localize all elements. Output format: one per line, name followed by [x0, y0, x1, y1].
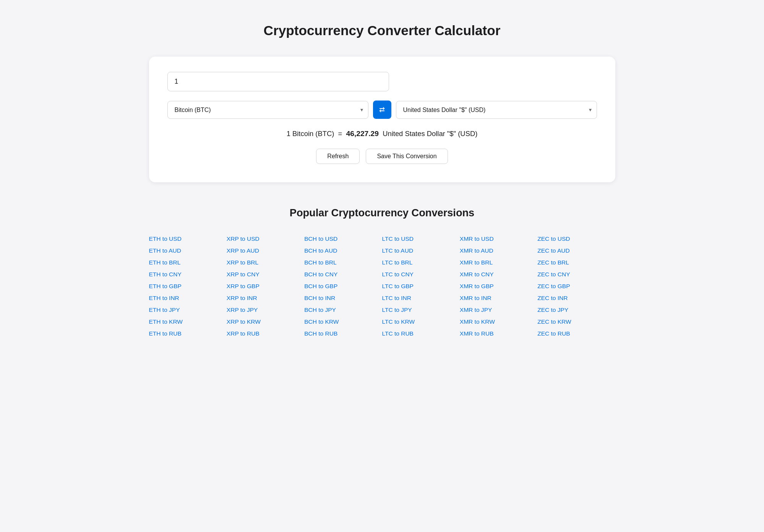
conversion-link[interactable]: ETH to INR: [149, 292, 227, 304]
conversion-link[interactable]: BCH to JPY: [304, 304, 382, 316]
conversion-link[interactable]: LTC to CNY: [382, 268, 459, 280]
popular-title: Popular Cryptocurrency Conversions: [149, 207, 615, 219]
swap-arrows-icon: ⇄: [379, 106, 385, 114]
conversion-link[interactable]: ETH to GBP: [149, 280, 227, 292]
conversion-link[interactable]: XRP to USD: [227, 233, 304, 245]
conversion-link[interactable]: ZEC to RUB: [537, 328, 615, 339]
conversion-col-xrp: XRP to USDXRP to AUDXRP to BRLXRP to CNY…: [227, 233, 304, 339]
conversion-link[interactable]: LTC to AUD: [382, 245, 459, 256]
conversion-link[interactable]: XMR to CNY: [460, 268, 537, 280]
conversion-link[interactable]: ZEC to AUD: [537, 245, 615, 256]
action-buttons: Refresh Save This Conversion: [167, 149, 597, 164]
conversion-link[interactable]: BCH to RUB: [304, 328, 382, 339]
conversion-link[interactable]: XRP to GBP: [227, 280, 304, 292]
conversion-link[interactable]: XMR to KRW: [460, 316, 537, 328]
conversion-link[interactable]: ETH to BRL: [149, 256, 227, 268]
conversion-link[interactable]: ZEC to GBP: [537, 280, 615, 292]
refresh-button[interactable]: Refresh: [316, 149, 360, 164]
conversion-link[interactable]: XRP to CNY: [227, 268, 304, 280]
conversion-link[interactable]: XRP to KRW: [227, 316, 304, 328]
conversion-link[interactable]: ETH to AUD: [149, 245, 227, 256]
conversion-link[interactable]: XMR to RUB: [460, 328, 537, 339]
conversion-col-ltc: LTC to USDLTC to AUDLTC to BRLLTC to CNY…: [382, 233, 459, 339]
conversion-col-bch: BCH to USDBCH to AUDBCH to BRLBCH to CNY…: [304, 233, 382, 339]
conversion-link[interactable]: LTC to GBP: [382, 280, 459, 292]
result-equals-sign: =: [338, 130, 342, 138]
swap-button[interactable]: ⇄: [373, 101, 391, 119]
conversion-link[interactable]: ETH to KRW: [149, 316, 227, 328]
conversion-link[interactable]: XRP to BRL: [227, 256, 304, 268]
conversion-link[interactable]: XMR to INR: [460, 292, 537, 304]
conversion-link[interactable]: BCH to CNY: [304, 268, 382, 280]
conversion-link[interactable]: BCH to USD: [304, 233, 382, 245]
conversions-grid: ETH to USDETH to AUDETH to BRLETH to CNY…: [149, 233, 615, 339]
conversion-link[interactable]: ZEC to USD: [537, 233, 615, 245]
result-value: 46,227.29: [346, 130, 379, 138]
converter-card: Bitcoin (BTC) Ethereum (ETH) Ripple (XRP…: [149, 57, 615, 182]
conversion-link[interactable]: LTC to INR: [382, 292, 459, 304]
conversion-col-xmr: XMR to USDXMR to AUDXMR to BRLXMR to CNY…: [460, 233, 537, 339]
conversion-link[interactable]: BCH to INR: [304, 292, 382, 304]
to-currency-wrapper: United States Dollar "$" (USD) Australia…: [396, 101, 597, 119]
conversion-link[interactable]: ZEC to INR: [537, 292, 615, 304]
from-currency-select[interactable]: Bitcoin (BTC) Ethereum (ETH) Ripple (XRP…: [167, 101, 368, 119]
conversion-link[interactable]: ZEC to KRW: [537, 316, 615, 328]
conversion-link[interactable]: BCH to AUD: [304, 245, 382, 256]
conversion-col-eth: ETH to USDETH to AUDETH to BRLETH to CNY…: [149, 233, 227, 339]
conversion-link[interactable]: XRP to INR: [227, 292, 304, 304]
conversion-link[interactable]: XMR to AUD: [460, 245, 537, 256]
conversion-link[interactable]: ZEC to JPY: [537, 304, 615, 316]
conversion-link[interactable]: ETH to USD: [149, 233, 227, 245]
conversion-link[interactable]: ZEC to BRL: [537, 256, 615, 268]
conversion-link[interactable]: BCH to BRL: [304, 256, 382, 268]
selectors-row: Bitcoin (BTC) Ethereum (ETH) Ripple (XRP…: [167, 101, 597, 119]
to-currency-select[interactable]: United States Dollar "$" (USD) Australia…: [396, 101, 597, 119]
popular-section: Popular Cryptocurrency Conversions ETH t…: [149, 207, 615, 339]
amount-input[interactable]: [167, 72, 389, 91]
conversion-link[interactable]: XMR to BRL: [460, 256, 537, 268]
conversion-link[interactable]: ETH to JPY: [149, 304, 227, 316]
page-title: Cryptocurrency Converter Calculator: [149, 23, 615, 38]
conversion-link[interactable]: XMR to USD: [460, 233, 537, 245]
conversion-link[interactable]: ETH to CNY: [149, 268, 227, 280]
result-to-currency: United States Dollar "$" (USD): [383, 130, 477, 138]
result-from-text: 1 Bitcoin (BTC): [287, 130, 334, 138]
conversion-link[interactable]: XRP to RUB: [227, 328, 304, 339]
conversion-link[interactable]: LTC to RUB: [382, 328, 459, 339]
conversion-link[interactable]: XRP to JPY: [227, 304, 304, 316]
conversion-link[interactable]: LTC to KRW: [382, 316, 459, 328]
from-currency-wrapper: Bitcoin (BTC) Ethereum (ETH) Ripple (XRP…: [167, 101, 368, 119]
conversion-link[interactable]: LTC to USD: [382, 233, 459, 245]
conversion-col-zec: ZEC to USDZEC to AUDZEC to BRLZEC to CNY…: [537, 233, 615, 339]
conversion-link[interactable]: LTC to BRL: [382, 256, 459, 268]
conversion-link[interactable]: LTC to JPY: [382, 304, 459, 316]
conversion-link[interactable]: BCH to KRW: [304, 316, 382, 328]
conversion-link[interactable]: XMR to GBP: [460, 280, 537, 292]
conversion-link[interactable]: ETH to RUB: [149, 328, 227, 339]
conversion-link[interactable]: XMR to JPY: [460, 304, 537, 316]
save-conversion-button[interactable]: Save This Conversion: [366, 149, 448, 164]
conversion-link[interactable]: XRP to AUD: [227, 245, 304, 256]
conversion-link[interactable]: ZEC to CNY: [537, 268, 615, 280]
conversion-link[interactable]: BCH to GBP: [304, 280, 382, 292]
result-line: 1 Bitcoin (BTC) = 46,227.29 United State…: [167, 130, 597, 138]
